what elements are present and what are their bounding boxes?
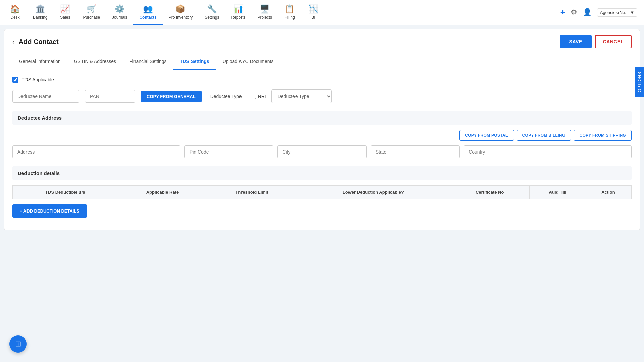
city-input[interactable] bbox=[277, 145, 366, 158]
table-header-row: TDS Deductible u/sApplicable RateThresho… bbox=[13, 186, 632, 199]
table-header-2: Threshold Limit bbox=[207, 186, 297, 199]
page-header: ‹ Add Contact SAVE CANCEL bbox=[4, 29, 640, 54]
page-title: Add Contact bbox=[19, 38, 59, 46]
nav-item-banking[interactable]: 🏛️ Banking bbox=[27, 0, 53, 25]
address-fields-row bbox=[12, 145, 632, 158]
agency-selector[interactable]: Agencies(Ne... ▼ bbox=[597, 8, 637, 17]
back-button[interactable]: ‹ bbox=[12, 38, 15, 46]
tds-applicable-checkbox[interactable] bbox=[12, 77, 18, 83]
deduction-details-header: Deduction details bbox=[12, 166, 632, 180]
contacts-nav-label: Contacts bbox=[139, 15, 156, 20]
user-avatar-icon: 👤 bbox=[583, 8, 592, 17]
sales-nav-icon: 📈 bbox=[60, 4, 70, 14]
deductee-type-label: Deductee Type bbox=[210, 94, 242, 99]
save-button[interactable]: SAVE bbox=[560, 35, 592, 48]
tab-tds[interactable]: TDS Settings bbox=[173, 54, 216, 70]
desk-nav-icon: 🏠 bbox=[10, 4, 20, 14]
country-input[interactable] bbox=[464, 145, 632, 158]
journals-nav-icon: ⚙️ bbox=[115, 4, 125, 14]
state-input[interactable] bbox=[371, 145, 460, 158]
copy-from-postal-button[interactable]: COPY FROM POSTAL bbox=[459, 130, 514, 141]
form-body: TDS Applicable COPY FROM GENERAL Deducte… bbox=[4, 70, 640, 224]
purchase-nav-label: Purchase bbox=[83, 15, 100, 20]
add-button[interactable]: + bbox=[560, 8, 565, 17]
copy-from-general-button[interactable]: COPY FROM GENERAL bbox=[141, 90, 202, 102]
deductee-name-input[interactable] bbox=[12, 90, 79, 103]
side-options-tab[interactable]: OPTIONS bbox=[635, 67, 644, 97]
deductee-info-row: COPY FROM GENERAL Deductee Type NRI Dedu… bbox=[12, 89, 632, 103]
contacts-nav-icon: 👥 bbox=[143, 4, 153, 14]
tabs-bar: General InformationGSTIN & AddressesFina… bbox=[4, 54, 640, 70]
reports-nav-icon: 📊 bbox=[233, 4, 244, 14]
deduction-table: TDS Deductible u/sApplicable RateThresho… bbox=[12, 185, 632, 199]
filling-nav-label: Filling bbox=[284, 15, 295, 20]
nav-item-desk[interactable]: 🏠 Desk bbox=[3, 0, 27, 25]
pro-inventory-nav-label: Pro Inventory bbox=[169, 15, 193, 20]
nri-row: NRI bbox=[251, 94, 266, 99]
agency-label: Agencies(Ne... bbox=[600, 10, 629, 15]
bi-nav-label: BI bbox=[311, 15, 315, 20]
pin-code-input[interactable] bbox=[184, 145, 273, 158]
nav-right: + ⚙ 👤 Agencies(Ne... ▼ bbox=[560, 8, 641, 17]
nri-checkbox[interactable] bbox=[251, 94, 256, 99]
desk-nav-label: Desk bbox=[10, 15, 19, 20]
nri-label: NRI bbox=[258, 94, 266, 99]
deductee-address-header: Deductee Address bbox=[12, 111, 632, 125]
add-deduction-button[interactable]: + ADD DEDUCTION DETAILS bbox=[12, 204, 87, 218]
nav-item-settings[interactable]: 🔧 Settings bbox=[199, 0, 225, 25]
copy-from-billing-button[interactable]: COPY FROM BILLING bbox=[517, 130, 571, 141]
nav-item-pro-inventory[interactable]: 📦 Pro Inventory bbox=[163, 0, 199, 25]
settings-icon[interactable]: ⚙ bbox=[571, 8, 577, 17]
nav-item-reports[interactable]: 📊 Reports bbox=[225, 0, 252, 25]
table-header-0: TDS Deductible u/s bbox=[13, 186, 118, 199]
table-header-1: Applicable Rate bbox=[118, 186, 207, 199]
settings-nav-label: Settings bbox=[205, 15, 219, 20]
deductee-type-select[interactable]: Deductee Type bbox=[271, 89, 332, 103]
nav-item-bi[interactable]: 📉 BI bbox=[302, 0, 325, 25]
pan-input[interactable] bbox=[85, 90, 135, 103]
nav-item-filling[interactable]: 📋 Filling bbox=[278, 0, 302, 25]
settings-nav-icon: 🔧 bbox=[207, 4, 217, 14]
nav-item-journals[interactable]: ⚙️ Journals bbox=[106, 0, 133, 25]
projects-nav-icon: 🖥️ bbox=[260, 4, 270, 14]
journals-nav-label: Journals bbox=[112, 15, 127, 20]
table-header-5: Valid Till bbox=[530, 186, 585, 199]
tab-general[interactable]: General Information bbox=[12, 54, 67, 70]
sales-nav-label: Sales bbox=[60, 15, 70, 20]
nav-item-contacts[interactable]: 👥 Contacts bbox=[133, 0, 162, 25]
tds-applicable-row: TDS Applicable bbox=[12, 77, 632, 83]
banking-nav-icon: 🏛️ bbox=[35, 4, 45, 14]
address-input[interactable] bbox=[12, 145, 180, 158]
chevron-down-icon: ▼ bbox=[630, 10, 634, 15]
copy-buttons-row: COPY FROM POSTAL COPY FROM BILLING COPY … bbox=[12, 130, 632, 141]
filling-nav-icon: 📋 bbox=[285, 4, 295, 14]
page-header-left: ‹ Add Contact bbox=[12, 38, 59, 46]
tab-financial[interactable]: Financial Settings bbox=[123, 54, 173, 70]
nav-item-projects[interactable]: 🖥️ Projects bbox=[252, 0, 278, 25]
pro-inventory-nav-icon: 📦 bbox=[175, 4, 185, 14]
copy-from-shipping-button[interactable]: COPY FROM SHIPPING bbox=[574, 130, 632, 141]
cancel-button[interactable]: CANCEL bbox=[595, 35, 632, 48]
table-header-6: Action bbox=[585, 186, 631, 199]
top-nav: 🏠 Desk 🏛️ Banking 📈 Sales 🛒 Purchase ⚙️ … bbox=[0, 0, 644, 25]
main-content: ‹ Add Contact SAVE CANCEL General Inform… bbox=[4, 29, 640, 230]
table-header-4: Certificate No bbox=[450, 186, 530, 199]
nav-items: 🏠 Desk 🏛️ Banking 📈 Sales 🛒 Purchase ⚙️ … bbox=[3, 0, 560, 25]
banking-nav-label: Banking bbox=[33, 15, 47, 20]
nav-item-sales[interactable]: 📈 Sales bbox=[53, 0, 77, 25]
bi-nav-icon: 📉 bbox=[308, 4, 318, 14]
tab-kyc[interactable]: Upload KYC Documents bbox=[216, 54, 280, 70]
page-header-right: SAVE CANCEL bbox=[560, 35, 632, 48]
purchase-nav-icon: 🛒 bbox=[87, 4, 97, 14]
nav-item-purchase[interactable]: 🛒 Purchase bbox=[77, 0, 106, 25]
reports-nav-label: Reports bbox=[231, 15, 246, 20]
tds-applicable-label: TDS Applicable bbox=[22, 77, 54, 82]
table-header-3: Lower Deduction Applicable? bbox=[297, 186, 450, 199]
tab-gstin[interactable]: GSTIN & Addresses bbox=[67, 54, 123, 70]
projects-nav-label: Projects bbox=[258, 15, 272, 20]
